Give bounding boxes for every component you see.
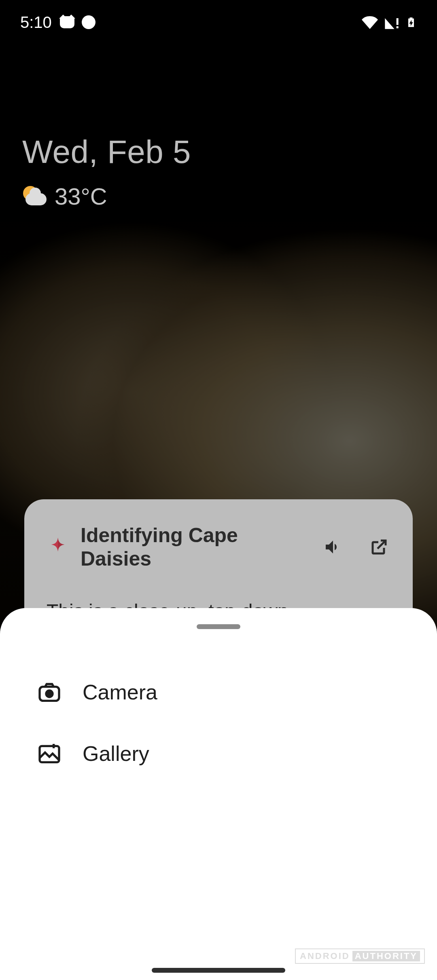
watermark-part2: AUTHORITY	[352, 951, 420, 961]
home-temperature: 33°C	[55, 183, 107, 210]
svg-point-3	[46, 691, 53, 697]
bottom-sheet[interactable]: Camera Gallery	[0, 608, 437, 980]
svg-rect-1	[397, 26, 399, 28]
battery-charging-icon	[405, 13, 417, 31]
sheet-drag-handle[interactable]	[197, 624, 240, 629]
svg-rect-0	[397, 18, 399, 25]
status-bar: 5:10	[0, 0, 437, 44]
sheet-item-camera[interactable]: Camera	[0, 661, 437, 723]
home-date-weather-widget[interactable]: Wed, Feb 5 33°C	[22, 133, 191, 210]
navigation-gesture-bar[interactable]	[0, 968, 437, 973]
read-aloud-button[interactable]	[322, 536, 344, 558]
ai-card-title: Identifying Cape Daisies	[81, 524, 310, 570]
nav-pill[interactable]	[152, 968, 285, 973]
watermark: ANDROID AUTHORITY	[295, 948, 425, 964]
sheet-item-label: Gallery	[83, 741, 149, 766]
sparkle-icon	[47, 536, 69, 558]
wifi-icon	[362, 14, 378, 30]
sheet-item-label: Camera	[83, 680, 157, 704]
home-date: Wed, Feb 5	[22, 133, 191, 171]
notification-app-icon	[60, 16, 74, 28]
status-time: 5:10	[20, 13, 52, 32]
camera-icon	[36, 679, 62, 705]
open-external-button[interactable]	[368, 536, 390, 558]
sheet-item-gallery[interactable]: Gallery	[0, 723, 437, 784]
cell-signal-alert-icon	[384, 14, 400, 30]
watermark-part1: ANDROID	[300, 951, 350, 961]
gallery-icon	[36, 741, 62, 767]
partly-cloudy-icon	[22, 184, 47, 209]
notification-dot-icon	[82, 15, 95, 29]
